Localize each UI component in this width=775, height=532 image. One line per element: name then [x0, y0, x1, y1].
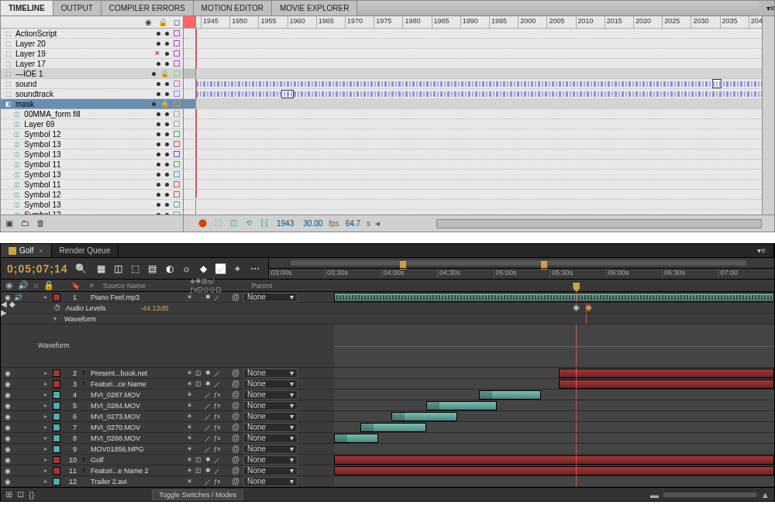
eye-icon[interactable]: ◉	[4, 456, 12, 464]
search-icon[interactable]: 🔍	[74, 262, 88, 276]
layer-row[interactable]: ◫Symbol 11	[1, 160, 183, 170]
expand-icon[interactable]: ▸	[44, 369, 50, 376]
visibility-dot[interactable]	[157, 203, 160, 207]
outline-color-swatch[interactable]	[174, 121, 180, 127]
options-icon[interactable]: ⋯	[248, 262, 262, 276]
ruler-playhead-start[interactable]	[184, 16, 196, 28]
lock-icon[interactable]: 🔒	[158, 18, 167, 26]
stopwatch-icon[interactable]: ⏱	[53, 304, 61, 312]
eye-icon[interactable]: ◉	[4, 413, 12, 420]
speaker-icon[interactable]	[14, 434, 22, 442]
parent-dropdown[interactable]: None▾	[243, 401, 298, 410]
brainstorm-icon[interactable]: ☼	[180, 262, 194, 276]
lock-icon[interactable]	[34, 391, 42, 399]
solo-icon[interactable]	[24, 413, 32, 420]
switch-pen[interactable]: ／	[204, 434, 212, 442]
lock-icon[interactable]	[34, 456, 42, 464]
speaker-icon[interactable]	[14, 467, 22, 475]
layer-track[interactable]	[334, 465, 774, 475]
lock-dot[interactable]	[165, 132, 169, 136]
pickwhip-icon[interactable]: @	[232, 444, 241, 453]
close-icon[interactable]: ×	[39, 247, 43, 255]
lock-icon[interactable]: 🔒	[160, 70, 169, 77]
outline-color-swatch[interactable]	[174, 101, 180, 107]
switch-fx[interactable]: ƒx	[213, 391, 221, 399]
switch-star[interactable]: ✱	[204, 456, 212, 464]
timeline-track[interactable]	[184, 160, 774, 170]
switch-sun[interactable]: ☀	[185, 293, 193, 301]
timeline-track[interactable]	[184, 170, 774, 180]
solo-icon[interactable]	[24, 478, 32, 486]
lock-icon[interactable]	[34, 467, 42, 475]
lock-icon[interactable]	[34, 369, 42, 377]
switch-pen[interactable]: ／	[213, 380, 221, 388]
lock-dot[interactable]	[165, 42, 169, 46]
label-swatch[interactable]	[53, 467, 60, 475]
layer-name[interactable]: MOV01856.MPG	[91, 445, 174, 453]
lock-icon[interactable]	[34, 434, 42, 442]
outline-color-swatch[interactable]	[174, 111, 180, 117]
eye-icon[interactable]: ◉	[145, 18, 152, 26]
lock-icon[interactable]	[34, 402, 42, 410]
outline-color-swatch[interactable]	[174, 201, 180, 208]
visibility-dot[interactable]	[157, 112, 160, 116]
timeline-track[interactable]	[184, 149, 774, 160]
switch-fx[interactable]: ƒx	[213, 402, 221, 410]
visibility-dot[interactable]	[157, 193, 160, 197]
switch-pen[interactable]: ／	[204, 413, 212, 420]
visibility-dot[interactable]	[157, 32, 160, 36]
layer-row[interactable]: ◫Symbol 12	[1, 190, 183, 200]
expand-icon[interactable]: ▸	[44, 293, 50, 300]
lock-dot[interactable]	[165, 173, 169, 177]
label-swatch[interactable]	[53, 445, 60, 453]
pickwhip-icon[interactable]: @	[232, 455, 241, 464]
timeline-track[interactable]	[184, 69, 774, 79]
label-swatch[interactable]	[53, 434, 60, 442]
expand-icon[interactable]: ▾	[53, 315, 60, 322]
parent-dropdown[interactable]: None▾	[243, 477, 298, 486]
outline-color-swatch[interactable]	[174, 81, 180, 87]
edit-frames-icon[interactable]: ⟲	[243, 218, 255, 229]
switch-sun[interactable]: ☀	[185, 424, 193, 431]
timeline-track[interactable]	[184, 89, 774, 99]
onion-skin-outline-icon[interactable]: ◫	[227, 218, 239, 229]
toggle-switches-modes-button[interactable]: Toggle Switches / Modes	[152, 489, 243, 500]
layer-row[interactable]: ◫Symbol 13	[1, 200, 183, 210]
speaker-icon[interactable]	[14, 478, 22, 486]
switch-pen[interactable]: ／	[204, 402, 212, 410]
expand-icon[interactable]: ▸	[44, 391, 50, 398]
x-icon[interactable]: ✕	[154, 50, 160, 57]
lock-icon[interactable]	[34, 293, 42, 301]
visibility-dot[interactable]	[157, 132, 160, 136]
solo-icon[interactable]	[24, 456, 32, 464]
layer-name[interactable]: Golf	[91, 456, 174, 464]
parent-dropdown[interactable]: None▾	[243, 434, 298, 443]
speaker-icon[interactable]	[14, 402, 22, 410]
timeline-track[interactable]	[184, 200, 774, 210]
expand-icon[interactable]: ▸	[44, 434, 50, 441]
visibility-dot[interactable]	[157, 122, 160, 126]
switch-sun[interactable]: ☀	[185, 467, 193, 475]
pickwhip-icon[interactable]: @	[232, 477, 241, 486]
switch-empty[interactable]	[195, 424, 202, 431]
layer-name[interactable]: Trailer 2.avi	[91, 478, 174, 486]
scroll-left-icon[interactable]: ◄	[374, 219, 381, 228]
switch-star[interactable]: ✱	[204, 467, 212, 475]
lock-icon[interactable]	[34, 424, 42, 431]
panel-menu-icon[interactable]: ▾≡	[759, 1, 774, 15]
layer-name[interactable]: Featuri...ce Name	[91, 380, 174, 388]
label-swatch[interactable]	[53, 424, 60, 431]
switch-sun[interactable]: ☀	[185, 445, 193, 453]
lock-icon[interactable]: 🔒	[160, 100, 169, 108]
lock-dot[interactable]	[165, 112, 169, 116]
outline-color-swatch[interactable]	[174, 91, 180, 97]
ae-layer-row[interactable]: ◉▸8MVI_0268.MOV☀／ƒx@None▾	[1, 433, 774, 444]
ae-layer-row[interactable]: ◉▸2TPresent...book.net☀◫✱／@None▾	[1, 368, 774, 379]
eye-icon[interactable]: ◉	[4, 424, 12, 431]
motion-blur-icon[interactable]: ◐	[163, 262, 177, 276]
playhead[interactable]	[576, 292, 577, 302]
ae-layer-row[interactable]: ◉▸12Trailer 2.avi☀／ƒx@None▾	[1, 476, 774, 487]
clip-bar[interactable]	[559, 369, 774, 378]
switch-pen[interactable]: ／	[213, 467, 221, 475]
label-swatch[interactable]	[53, 391, 60, 399]
